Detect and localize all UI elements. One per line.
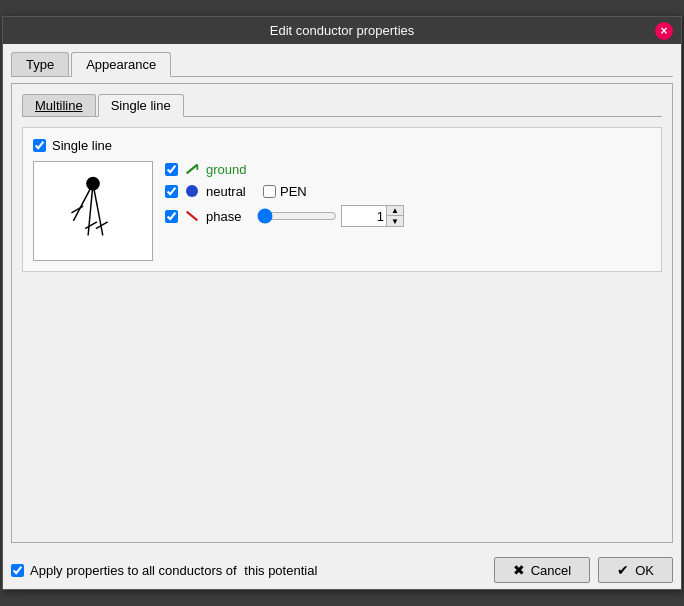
tab-appearance[interactable]: Appearance <box>71 52 171 77</box>
main-window: Edit conductor properties × Type Appeara… <box>2 16 682 590</box>
footer-left: Apply properties to all conductors of th… <box>11 563 317 578</box>
apply-highlight: this potential <box>244 563 317 578</box>
cancel-button[interactable]: ✖ Cancel <box>494 557 590 583</box>
content-area: ground neutral <box>33 161 651 261</box>
phase-spin-input[interactable] <box>341 205 387 227</box>
single-line-label: Single line <box>52 138 112 153</box>
options-area: ground neutral <box>165 161 651 261</box>
neutral-option-row: neutral PEN <box>165 183 651 199</box>
neutral-icon <box>184 183 200 199</box>
window-title: Edit conductor properties <box>13 23 671 38</box>
outer-tabs: Type Appearance <box>11 52 673 77</box>
phase-slider[interactable] <box>257 207 337 225</box>
pen-label: PEN <box>280 184 307 199</box>
single-line-checkbox[interactable] <box>33 139 46 152</box>
main-content: Type Appearance Multiline Single line Si… <box>3 44 681 551</box>
phase-icon <box>184 208 200 224</box>
single-line-checkbox-row: Single line <box>33 138 651 153</box>
ground-label: ground <box>206 162 251 177</box>
phase-label: phase <box>206 209 251 224</box>
ok-button[interactable]: ✔ OK <box>598 557 673 583</box>
titlebar: Edit conductor properties × <box>3 17 681 44</box>
spin-down-button[interactable]: ▼ <box>387 216 403 226</box>
sub-tab-singleline[interactable]: Single line <box>98 94 184 117</box>
apply-text: Apply properties to all conductors of th… <box>30 563 317 578</box>
apply-checkbox[interactable] <box>11 564 24 577</box>
ground-option-row: ground <box>165 161 651 177</box>
ok-label: OK <box>635 563 654 578</box>
footer: Apply properties to all conductors of th… <box>3 551 681 589</box>
neutral-label: neutral <box>206 184 251 199</box>
phase-slider-area: ▲ ▼ <box>257 205 404 227</box>
conductor-preview <box>33 161 153 261</box>
pen-checkbox[interactable] <box>263 185 276 198</box>
ground-icon <box>184 161 200 177</box>
tab-type[interactable]: Type <box>11 52 69 76</box>
ok-icon: ✔ <box>617 562 629 578</box>
phase-option-row: phase ▲ ▼ <box>165 205 651 227</box>
footer-right: ✖ Cancel ✔ OK <box>494 557 673 583</box>
phase-checkbox[interactable] <box>165 210 178 223</box>
cancel-label: Cancel <box>531 563 571 578</box>
apply-prefix: Apply properties to all conductors of <box>30 563 237 578</box>
svg-line-7 <box>187 165 198 174</box>
sub-tabs: Multiline Single line <box>22 94 662 117</box>
pen-checkbox-row: PEN <box>263 184 307 199</box>
spin-up-button[interactable]: ▲ <box>387 206 403 216</box>
phase-spinbox: ▲ ▼ <box>341 205 404 227</box>
close-button[interactable]: × <box>655 22 673 40</box>
cancel-icon: ✖ <box>513 562 525 578</box>
svg-line-5 <box>85 222 97 229</box>
appearance-panel: Multiline Single line Single line <box>11 83 673 543</box>
neutral-checkbox[interactable] <box>165 185 178 198</box>
sub-tab-multiline[interactable]: Multiline <box>22 94 96 116</box>
svg-line-9 <box>187 212 198 221</box>
single-line-panel: Single line <box>22 127 662 272</box>
svg-point-8 <box>186 185 198 197</box>
spinbox-arrows: ▲ ▼ <box>387 205 404 227</box>
ground-checkbox[interactable] <box>165 163 178 176</box>
